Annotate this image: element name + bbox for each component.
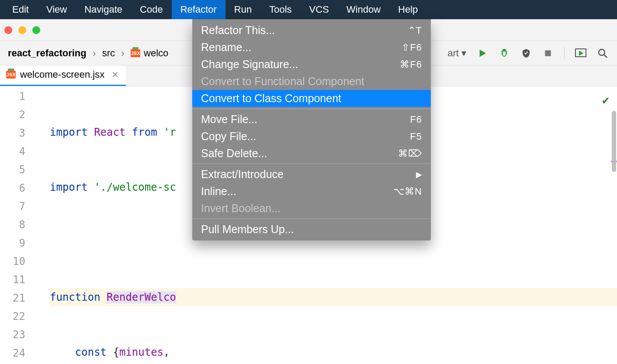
menu-edit[interactable]: Edit — [3, 0, 38, 19]
line-number: 7 — [0, 197, 25, 216]
jsx-file-icon: JSX — [6, 71, 16, 79]
chevron-right-icon: › — [93, 47, 96, 59]
debug-icon[interactable] — [499, 48, 510, 59]
dd-pull-members-up[interactable]: Pull Members Up... — [192, 221, 431, 238]
dropdown-separator — [192, 164, 431, 164]
menu-tools[interactable]: Tools — [260, 0, 300, 19]
line-number: 5 — [0, 161, 25, 179]
chevron-right-icon: › — [121, 47, 125, 59]
zoom-window-icon[interactable] — [32, 26, 40, 34]
minimize-window-icon[interactable] — [18, 26, 26, 34]
run-icon[interactable] — [477, 48, 488, 59]
search-icon[interactable] — [597, 48, 608, 59]
stop-icon[interactable] — [542, 48, 554, 59]
run-config-selector[interactable]: art ▾ — [447, 48, 466, 59]
svg-point-2 — [599, 49, 605, 55]
editor-tab-welcome-screen[interactable]: JSX welcome-screen.jsx ✕ — [0, 65, 126, 86]
line-number: 9 — [0, 234, 25, 252]
close-tab-icon[interactable]: ✕ — [111, 69, 119, 80]
dd-convert-to-class[interactable]: Convert to Class Component — [192, 90, 431, 107]
tab-label: welcome-screen.jsx — [20, 69, 104, 80]
dd-copy-file[interactable]: Copy File...F5 — [192, 128, 431, 145]
line-number: 6 — [0, 179, 25, 197]
dd-extract-introduce[interactable]: Extract/Introduce▶ — [192, 166, 431, 183]
menu-view[interactable]: View — [38, 0, 76, 19]
menu-code[interactable]: Code — [131, 0, 172, 19]
dd-move-file[interactable]: Move File...F6 — [192, 111, 431, 128]
refactor-dropdown: Refactor This...⌃T Rename...⇧F6 Change S… — [192, 19, 431, 240]
toolbar-right: art ▾ — [447, 41, 614, 65]
dd-convert-to-functional: Convert to Functional Component — [192, 73, 431, 90]
line-number: 3 — [0, 124, 25, 142]
dropdown-separator — [192, 109, 431, 109]
line-number: 24 — [0, 344, 25, 362]
menu-vcs[interactable]: VCS — [301, 0, 338, 19]
dd-invert-boolean: Invert Boolean... — [192, 200, 431, 217]
menu-run[interactable]: Run — [225, 0, 260, 19]
svg-rect-0 — [545, 50, 551, 56]
dropdown-separator — [192, 219, 431, 219]
breadcrumb[interactable]: react_refactoring › src › JSX welco — [8, 47, 168, 59]
line-number: 11 — [0, 271, 25, 289]
svg-line-3 — [604, 55, 607, 58]
chevron-down-icon: ▾ — [461, 48, 466, 58]
dd-rename[interactable]: Rename...⇧F6 — [192, 39, 431, 56]
menubar: Edit View Navigate Code Refactor Run Too… — [0, 0, 617, 19]
dd-inline[interactable]: Inline...⌥⌘N — [192, 183, 431, 200]
line-number: 21 — [0, 289, 25, 307]
line-number: 10 — [0, 252, 25, 271]
dd-safe-delete[interactable]: Safe Delete...⌘⌦ — [192, 145, 431, 162]
run-target-icon[interactable] — [575, 48, 586, 59]
menu-refactor[interactable]: Refactor — [172, 0, 225, 19]
coverage-icon[interactable] — [520, 48, 532, 59]
close-window-icon[interactable] — [4, 26, 12, 34]
line-number: 2 — [0, 106, 25, 124]
breadcrumb-project[interactable]: react_refactoring — [8, 48, 87, 59]
dd-refactor-this[interactable]: Refactor This...⌃T — [192, 22, 431, 39]
menu-navigate[interactable]: Navigate — [76, 0, 131, 19]
menu-help[interactable]: Help — [389, 0, 426, 19]
line-number: 4 — [0, 142, 25, 161]
line-number: 1 — [0, 87, 25, 106]
line-number: 8 — [0, 216, 25, 234]
line-number: 22 — [0, 307, 25, 326]
jsx-file-icon: JSX — [131, 49, 140, 57]
menu-window[interactable]: Window — [338, 0, 389, 19]
toolbar-divider — [564, 47, 565, 59]
submenu-arrow-icon: ▶ — [416, 170, 422, 179]
gutter: 1 2 3 4 5 6 7 8 9 10 11 21 22 23 24 — [0, 86, 44, 364]
dd-change-signature[interactable]: Change Signature...⌘F6 — [192, 56, 431, 73]
breadcrumb-folder[interactable]: src — [102, 48, 115, 59]
breadcrumb-file[interactable]: welco — [144, 48, 168, 59]
line-number: 23 — [0, 326, 25, 344]
